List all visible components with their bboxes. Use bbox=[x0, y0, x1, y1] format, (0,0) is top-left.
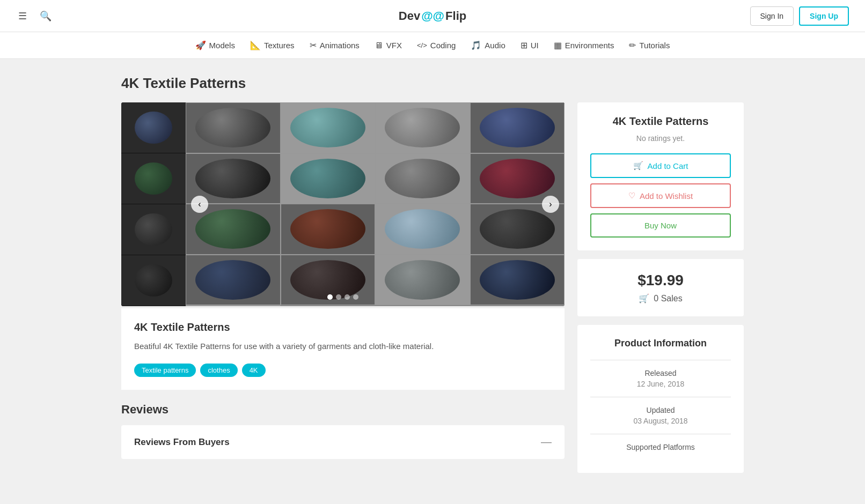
nav-animations-label: Animations bbox=[320, 41, 360, 50]
thumb-1[interactable] bbox=[121, 102, 186, 153]
sphere-cell-11 bbox=[375, 204, 470, 255]
carousel-dot-1[interactable] bbox=[327, 294, 333, 300]
main-nav: 🚀 Models 📐 Textures ✂ Animations 🖥 VFX <… bbox=[0, 32, 865, 59]
nav-animations[interactable]: ✂ Animations bbox=[310, 33, 360, 58]
add-to-wishlist-label: Add to Wishlist bbox=[640, 191, 693, 201]
carousel-thumbs bbox=[121, 102, 186, 306]
buy-now-button[interactable]: Buy Now bbox=[590, 213, 731, 238]
sidebar-product-title: 4K Textile Patterns bbox=[590, 115, 731, 128]
signup-button[interactable]: Sign Up bbox=[799, 6, 849, 26]
sphere-cell-6 bbox=[281, 153, 376, 204]
sphere-cell-10 bbox=[281, 204, 376, 255]
thumb-2[interactable] bbox=[121, 153, 186, 204]
product-info-card: Product Information Released 12 June, 20… bbox=[577, 325, 744, 473]
sphere-2 bbox=[290, 108, 365, 147]
reviews-from-buyers-title: Reviews From Buyers bbox=[134, 437, 230, 448]
sidebar-ratings: No ratings yet. bbox=[590, 134, 731, 143]
tag-textile-patterns[interactable]: Textile patterns bbox=[134, 364, 196, 377]
sphere-10 bbox=[290, 209, 365, 249]
price-card: $19.99 🛒 0 Sales bbox=[577, 259, 744, 316]
content-layout: ‹ › 4K Textile Patterns Beatiful 4K Text… bbox=[121, 102, 744, 473]
nav-coding[interactable]: </> Coding bbox=[417, 33, 456, 57]
released-label: Released bbox=[590, 369, 731, 377]
supported-label: Supported Platforms bbox=[590, 443, 731, 451]
nav-textures-label: Textures bbox=[264, 41, 295, 50]
updated-row: Updated 03 August, 2018 bbox=[590, 406, 731, 425]
sidebar-actions-card: 4K Textile Patterns No ratings yet. 🛒 Ad… bbox=[577, 102, 744, 250]
nav-environments-label: Environments bbox=[565, 41, 614, 50]
tag-clothes[interactable]: clothes bbox=[200, 364, 237, 377]
left-column: ‹ › 4K Textile Patterns Beatiful 4K Text… bbox=[121, 102, 565, 459]
sphere-7 bbox=[385, 159, 460, 198]
tag-4k[interactable]: 4K bbox=[242, 364, 266, 377]
vfx-icon: 🖥 bbox=[375, 41, 383, 50]
product-desc-text: Beatiful 4K Textile Patterns for use wit… bbox=[134, 340, 552, 353]
nav-audio[interactable]: 🎵 Audio bbox=[471, 33, 505, 58]
sphere-cell-17 bbox=[186, 305, 281, 306]
released-value: 12 June, 2018 bbox=[590, 380, 731, 388]
signin-button[interactable]: Sign In bbox=[750, 6, 794, 26]
add-to-wishlist-button[interactable]: ♡ Add to Wishlist bbox=[590, 183, 731, 208]
sphere-11 bbox=[385, 209, 460, 249]
textures-icon: 📐 bbox=[250, 40, 261, 50]
sphere-cell-3 bbox=[375, 102, 470, 153]
product-info-title: Product Information bbox=[590, 338, 731, 349]
product-tags: Textile patterns clothes 4K bbox=[134, 364, 552, 377]
animations-icon: ✂ bbox=[310, 40, 317, 50]
sphere-6 bbox=[290, 159, 365, 198]
right-column: 4K Textile Patterns No ratings yet. 🛒 Ad… bbox=[577, 102, 744, 473]
cart-icon: 🛒 bbox=[633, 161, 643, 171]
sphere-cell-15 bbox=[375, 255, 470, 306]
nav-coding-label: Coding bbox=[430, 41, 456, 50]
sales-info: 🛒 0 Sales bbox=[590, 293, 731, 303]
sphere-4 bbox=[480, 108, 555, 147]
hamburger-icon[interactable]: ☰ bbox=[16, 8, 29, 24]
search-icon[interactable]: 🔍 bbox=[38, 8, 54, 24]
product-carousel: ‹ › bbox=[121, 102, 565, 306]
nav-environments[interactable]: ▦ Environments bbox=[554, 33, 614, 58]
carousel-grid bbox=[121, 102, 565, 306]
nav-textures[interactable]: 📐 Textures bbox=[250, 33, 295, 58]
carousel-dot-2[interactable] bbox=[336, 294, 341, 300]
ui-icon: ⊞ bbox=[521, 40, 527, 50]
nav-vfx[interactable]: 🖥 VFX bbox=[375, 33, 402, 58]
price-amount: $19.99 bbox=[590, 272, 731, 289]
sphere-cell-1 bbox=[186, 102, 281, 153]
add-to-cart-button[interactable]: 🛒 Add to Cart bbox=[590, 153, 731, 178]
nav-tutorials[interactable]: ✏ Tutorials bbox=[629, 33, 670, 58]
carousel-prev-button[interactable]: ‹ bbox=[191, 196, 208, 213]
carousel-dot-3[interactable] bbox=[344, 294, 350, 300]
thumb-3[interactable] bbox=[121, 204, 186, 255]
sphere-cell-7 bbox=[375, 153, 470, 204]
released-row: Released 12 June, 2018 bbox=[590, 369, 731, 388]
thumb-sphere-4 bbox=[135, 264, 172, 297]
sphere-15 bbox=[385, 260, 460, 300]
sphere-13 bbox=[195, 260, 270, 300]
sphere-8 bbox=[480, 159, 555, 198]
collapse-reviews-icon[interactable]: — bbox=[541, 436, 552, 448]
header: ☰ 🔍 Dev@@Flip Sign In Sign Up bbox=[0, 0, 865, 32]
carousel-dot-4[interactable] bbox=[353, 294, 358, 300]
nav-ui[interactable]: ⊞ UI bbox=[521, 33, 539, 58]
environments-icon: ▦ bbox=[554, 40, 562, 50]
divider-2 bbox=[590, 397, 731, 397]
nav-vfx-label: VFX bbox=[386, 41, 402, 50]
sphere-3 bbox=[385, 108, 460, 147]
updated-label: Updated bbox=[590, 406, 731, 414]
nav-tutorials-label: Tutorials bbox=[639, 41, 670, 50]
updated-value: 03 August, 2018 bbox=[590, 417, 731, 425]
sales-count: 0 Sales bbox=[654, 294, 682, 303]
product-description: 4K Textile Patterns Beatiful 4K Textile … bbox=[121, 308, 565, 390]
sphere-cell-16 bbox=[470, 255, 565, 306]
sphere-16 bbox=[480, 260, 555, 300]
carousel-next-button[interactable]: › bbox=[542, 196, 559, 213]
sphere-14 bbox=[290, 260, 365, 300]
sphere-9 bbox=[195, 209, 270, 249]
carousel-main bbox=[186, 102, 565, 306]
heart-icon: ♡ bbox=[628, 191, 635, 201]
nav-models[interactable]: 🚀 Models bbox=[195, 33, 235, 58]
main-content: 4K Textile Patterns bbox=[111, 75, 754, 473]
thumb-4[interactable] bbox=[121, 255, 186, 306]
site-logo: Dev@@Flip bbox=[399, 9, 466, 23]
tutorials-icon: ✏ bbox=[629, 40, 636, 50]
